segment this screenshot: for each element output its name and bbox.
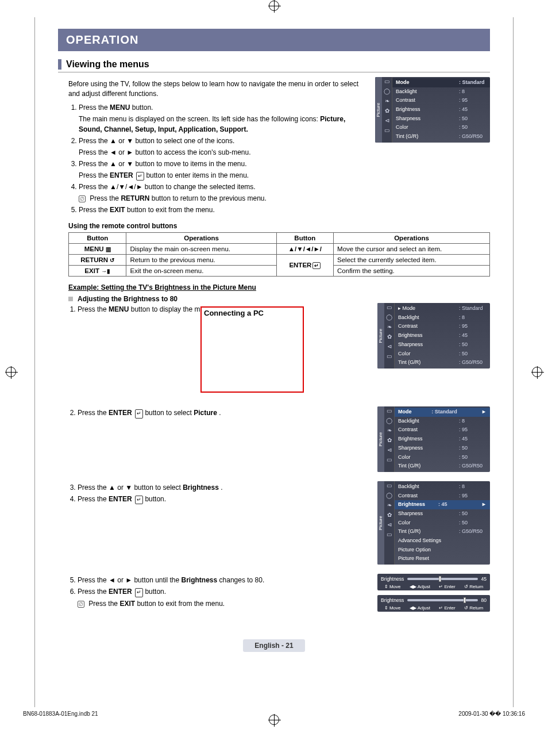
osd-panel-step3: Picture ▭◯❧✿⊲▭ Backlight: 8Contrast: 95B… xyxy=(377,481,490,565)
registration-mark-top-icon xyxy=(269,1,279,11)
step-4: Press the ▲/▼/◄/► button to change the s… xyxy=(79,182,369,204)
th-button-1: Button xyxy=(69,233,126,244)
slider-value: 45 xyxy=(481,576,487,582)
enter-icon: ↵ xyxy=(135,409,143,419)
example-title: Example: Setting the TV's Brightness in … xyxy=(68,283,490,291)
section-heading: Viewing the menus xyxy=(66,59,149,70)
enter-icon: ↵ xyxy=(312,262,321,269)
cell-return-op: Return to the previous menu. xyxy=(126,255,276,266)
page-number-badge: English - 21 xyxy=(243,639,304,652)
menu-grid-icon: ▥ xyxy=(106,246,111,252)
heading-bar-icon xyxy=(58,59,61,70)
nav-return: ↺ Return xyxy=(464,584,483,589)
osd-panel-step1: Picture ▭◯❧ ✿⊲▭ ▸ Mode: StandardBackligh… xyxy=(377,303,490,369)
ex-step-3: Press the ▲ or ▼ button to select Bright… xyxy=(78,482,372,493)
osd-panel-step2: Picture ▭◯❧✿⊲▭ Mode: Standard►Backlight:… xyxy=(377,406,490,472)
ex-step-4: Press the ENTER ↵ button. xyxy=(78,494,372,505)
osd-row: Advanced Settings xyxy=(395,536,490,546)
osd-row: Sharpness: 50 xyxy=(395,444,490,453)
cell-return-btn: RETURN ↺ xyxy=(69,255,126,266)
th-ops-1: Operations xyxy=(126,233,276,244)
slider-track[interactable] xyxy=(407,578,477,580)
osd-tab-label: Picture xyxy=(375,77,382,143)
slider-thumb-icon[interactable] xyxy=(464,597,466,603)
th-button-2: Button xyxy=(276,233,333,244)
example-subheading: Adjusting the Brightness to 80 xyxy=(78,295,177,303)
osd-icon-column: ▭ ◯ ❧ ✿ ⊲ ▭ xyxy=(382,77,392,143)
plug-icon: ⊲ xyxy=(385,117,389,124)
osd-row: Tint (G/R): G50/R50 xyxy=(395,527,490,536)
th-ops-2: Operations xyxy=(334,233,490,244)
page-footer: English - 21 xyxy=(58,639,490,652)
slider-label: Brightness xyxy=(381,576,404,582)
drop-icon: ❧ xyxy=(385,98,389,104)
slider-label: Brightness xyxy=(381,597,404,603)
cell-arrows-op: Move the cursor and select an item. xyxy=(334,244,490,255)
osd-row: Color: 50 xyxy=(395,519,490,528)
osd-row: Color: 50 xyxy=(392,123,490,132)
nav-return: ↺ Return xyxy=(464,605,483,611)
exit-arrow-icon: →▮ xyxy=(101,268,110,274)
osd-row: Contrast: 95 xyxy=(395,425,490,435)
osd-row: Mode: Standard xyxy=(392,78,490,87)
osd-row: Brightness: 45 xyxy=(392,105,490,114)
ex-step-2: Press the ENTER ↵ button to select Pictu… xyxy=(78,408,372,419)
osd-row: Sharpness: 50 xyxy=(395,509,490,519)
step-3: Press the ▲ or ▼ button to move to items… xyxy=(79,159,369,181)
bullet-square-icon xyxy=(68,297,73,301)
ex-step-6: Press the ENTER ↵ button. ∅ Press the EX… xyxy=(78,586,372,609)
cell-menu-btn: MENU ▥ xyxy=(69,244,126,255)
registration-mark-bottom-icon xyxy=(269,715,279,725)
cell-enter-btn: ENTER↵ xyxy=(276,255,333,277)
ring-icon: ◯ xyxy=(384,88,390,94)
page-frame: OPERATION Viewing the menus Before using… xyxy=(34,17,514,707)
osd-row: Backlight: 8 xyxy=(392,87,490,97)
slider-value: 80 xyxy=(481,597,487,603)
cell-exit-btn: EXIT →▮ xyxy=(69,266,126,277)
osd-row: Tint (G/R): G50/R50 xyxy=(392,132,490,141)
registration-mark-right-icon xyxy=(532,367,542,377)
osd-row: Backlight: 8 xyxy=(395,417,490,426)
cell-arrows-btn: ▲/▼/◄/►/ xyxy=(276,244,333,255)
registration-mark-left-icon xyxy=(6,367,16,377)
osd-row: Brightness: 45 xyxy=(395,331,490,340)
monitor-icon: ▭ xyxy=(384,78,389,85)
drop-icon: ❧ xyxy=(387,324,392,330)
osd-row: Brightness: 45 xyxy=(395,435,490,444)
osd-row: Color: 50 xyxy=(395,453,490,462)
osd-row: Contrast: 95 xyxy=(395,492,490,501)
print-file: BN68-01883A-01Eng.indb 21 xyxy=(23,711,98,717)
slider-thumb-icon[interactable] xyxy=(439,576,441,582)
osd-row: Sharpness: 50 xyxy=(395,340,490,350)
nav-adjust: ◀▶ Adjust xyxy=(410,584,430,589)
steps-list: Press the MENU button. The main menu is … xyxy=(79,102,369,216)
print-timestamp: 2009-01-30 �� 10:36:16 xyxy=(458,711,525,717)
note-icon: ∅ xyxy=(78,601,84,608)
nav-adjust: ◀▶ Adjust xyxy=(410,605,430,611)
slider-track[interactable] xyxy=(407,599,477,601)
osd-row: Picture Option xyxy=(395,546,490,555)
osd-row: Sharpness: 50 xyxy=(392,114,490,124)
step-2: Press the ▲ or ▼ button to select one of… xyxy=(79,136,369,158)
intro-text: Before using the TV, follow the steps be… xyxy=(68,79,369,99)
slider-osd-80: Brightness 80 ⇕ Move ◀▶ Adjust ↵ Enter ↺… xyxy=(377,595,490,612)
osd-row: Tint (G/R): G50/R50 xyxy=(395,462,490,471)
nav-move: ⇕ Move xyxy=(384,605,401,611)
gear-icon: ✿ xyxy=(387,333,392,340)
step-1: Press the MENU button. The main menu is … xyxy=(79,102,369,135)
ring-icon: ◯ xyxy=(386,314,392,320)
nav-move: ⇕ Move xyxy=(384,584,401,589)
enter-icon: ↵ xyxy=(136,172,144,181)
remote-control-table: Button Operations Button Operations MENU… xyxy=(68,232,490,277)
cell-exit-op: Exit the on-screen menu. xyxy=(126,266,276,277)
page-title: OPERATION xyxy=(58,29,490,51)
overlay-callout-title: Connecting a PC xyxy=(202,308,303,318)
enter-icon: ↵ xyxy=(135,496,143,505)
cell-menu-op: Display the main on-screen menu. xyxy=(126,244,276,255)
cell-enter-op: Select the currently selected item. xyxy=(334,255,490,266)
osd-row: Contrast: 95 xyxy=(392,96,490,105)
step-5: Press the EXIT button to exit from the m… xyxy=(79,205,369,215)
chevron-right-icon: ► xyxy=(481,409,487,416)
osd-row: Brightness: 45► xyxy=(395,500,490,509)
cell-confirm-op: Confirm the setting. xyxy=(334,266,490,277)
